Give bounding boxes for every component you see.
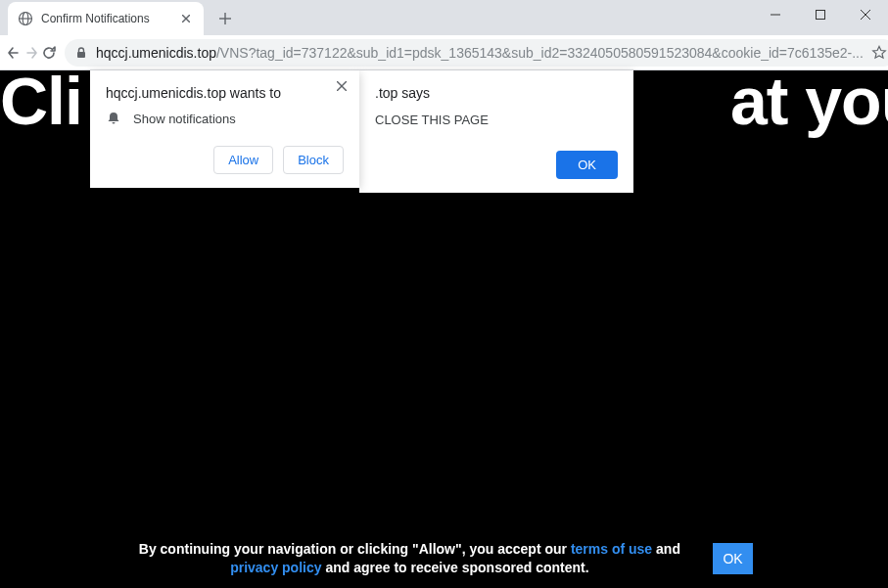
js-alert-ok-button[interactable]: OK: [556, 151, 618, 179]
js-alert-dialog: .top says CLOSE THIS PAGE OK: [359, 70, 633, 193]
url-text: hqccj.umenicdis.top/VNS?tag_id=737122&su…: [96, 45, 864, 61]
maximize-icon: [816, 10, 825, 20]
block-button[interactable]: Block: [283, 146, 344, 174]
reload-icon: [41, 45, 57, 61]
new-tab-button[interactable]: [211, 5, 239, 32]
permission-title: hqccj.umenicdis.top wants to: [106, 85, 344, 101]
allow-button[interactable]: Allow: [213, 146, 273, 174]
plus-icon: [219, 13, 231, 24]
toolbar: hqccj.umenicdis.top/VNS?tag_id=737122&su…: [0, 35, 888, 70]
reload-button[interactable]: [41, 39, 57, 67]
close-icon: [182, 15, 190, 23]
tab-close-button[interactable]: [178, 11, 194, 26]
close-icon: [337, 81, 347, 91]
svg-rect-1: [817, 11, 825, 20]
bookmark-button[interactable]: [871, 45, 887, 61]
consent-text: By continuing your navigation or clickin…: [135, 540, 683, 578]
window-controls: [753, 0, 888, 29]
terms-link[interactable]: terms of use: [571, 541, 652, 557]
minimize-icon: [771, 10, 780, 20]
svg-rect-11: [77, 52, 85, 58]
star-icon: [871, 45, 887, 61]
close-window-button[interactable]: [843, 0, 888, 29]
bell-icon: [106, 111, 121, 126]
minimize-button[interactable]: [753, 0, 798, 29]
arrow-right-icon: [23, 45, 39, 61]
forward-button: [23, 39, 39, 67]
popup-close-button[interactable]: [334, 78, 350, 94]
notification-permission-popup: hqccj.umenicdis.top wants to Show notifi…: [90, 70, 359, 188]
tab-active[interactable]: Confirm Notifications: [8, 2, 204, 35]
consent-bar: By continuing your navigation or clickin…: [0, 540, 888, 578]
back-button[interactable]: [6, 39, 22, 67]
globe-icon: [18, 11, 33, 26]
privacy-link[interactable]: privacy policy: [230, 560, 321, 575]
address-bar[interactable]: hqccj.umenicdis.top/VNS?tag_id=737122&su…: [65, 39, 888, 67]
maximize-button[interactable]: [798, 0, 843, 29]
permission-row: Show notifications: [106, 111, 344, 126]
js-alert-origin: .top says: [375, 85, 618, 101]
arrow-left-icon: [6, 45, 22, 61]
consent-ok-button[interactable]: OK: [713, 543, 752, 574]
tab-title: Confirm Notifications: [41, 12, 178, 25]
permission-label: Show notifications: [133, 112, 236, 126]
lock-icon[interactable]: [74, 46, 88, 60]
close-icon: [861, 10, 870, 20]
js-alert-message: CLOSE THIS PAGE: [375, 113, 618, 127]
